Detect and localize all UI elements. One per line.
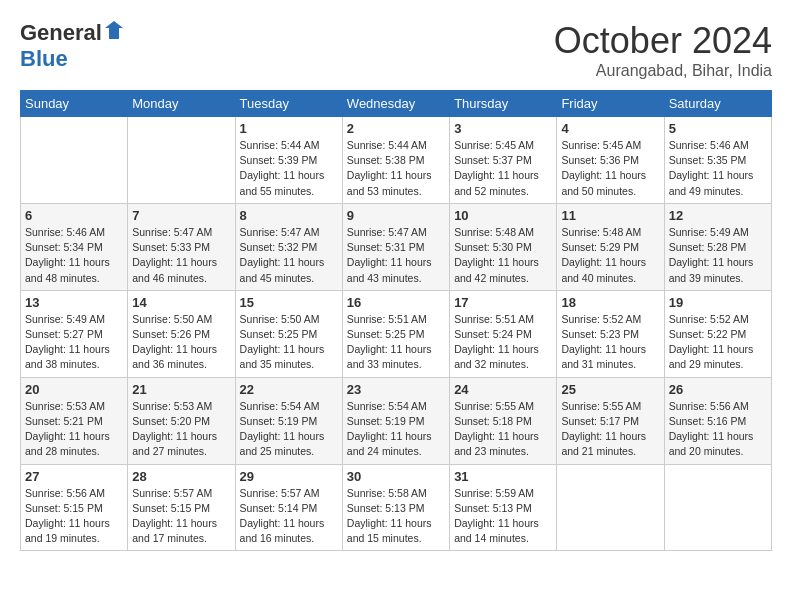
day-info: Sunrise: 5:49 AM Sunset: 5:27 PM Dayligh… — [25, 312, 123, 373]
day-cell-25: 25Sunrise: 5:55 AM Sunset: 5:17 PM Dayli… — [557, 377, 664, 464]
day-cell-13: 13Sunrise: 5:49 AM Sunset: 5:27 PM Dayli… — [21, 290, 128, 377]
day-number: 26 — [669, 382, 767, 397]
day-number: 1 — [240, 121, 338, 136]
day-info: Sunrise: 5:47 AM Sunset: 5:33 PM Dayligh… — [132, 225, 230, 286]
day-number: 6 — [25, 208, 123, 223]
day-cell-5: 5Sunrise: 5:46 AM Sunset: 5:35 PM Daylig… — [664, 117, 771, 204]
week-row: 6Sunrise: 5:46 AM Sunset: 5:34 PM Daylig… — [21, 203, 772, 290]
day-cell-7: 7Sunrise: 5:47 AM Sunset: 5:33 PM Daylig… — [128, 203, 235, 290]
day-cell-10: 10Sunrise: 5:48 AM Sunset: 5:30 PM Dayli… — [450, 203, 557, 290]
day-cell-27: 27Sunrise: 5:56 AM Sunset: 5:15 PM Dayli… — [21, 464, 128, 551]
svg-marker-0 — [105, 21, 123, 39]
day-number: 17 — [454, 295, 552, 310]
day-number: 20 — [25, 382, 123, 397]
day-number: 7 — [132, 208, 230, 223]
day-number: 19 — [669, 295, 767, 310]
day-number: 25 — [561, 382, 659, 397]
calendar-table: SundayMondayTuesdayWednesdayThursdayFrid… — [20, 90, 772, 551]
day-info: Sunrise: 5:46 AM Sunset: 5:34 PM Dayligh… — [25, 225, 123, 286]
page-header: General Blue October 2024 Aurangabad, Bi… — [20, 20, 772, 80]
day-info: Sunrise: 5:51 AM Sunset: 5:25 PM Dayligh… — [347, 312, 445, 373]
location-subtitle: Aurangabad, Bihar, India — [554, 62, 772, 80]
day-number: 5 — [669, 121, 767, 136]
day-cell-17: 17Sunrise: 5:51 AM Sunset: 5:24 PM Dayli… — [450, 290, 557, 377]
day-info: Sunrise: 5:45 AM Sunset: 5:37 PM Dayligh… — [454, 138, 552, 199]
day-number: 22 — [240, 382, 338, 397]
day-number: 8 — [240, 208, 338, 223]
header-row: SundayMondayTuesdayWednesdayThursdayFrid… — [21, 91, 772, 117]
day-cell-8: 8Sunrise: 5:47 AM Sunset: 5:32 PM Daylig… — [235, 203, 342, 290]
day-number: 27 — [25, 469, 123, 484]
week-row: 1Sunrise: 5:44 AM Sunset: 5:39 PM Daylig… — [21, 117, 772, 204]
week-row: 20Sunrise: 5:53 AM Sunset: 5:21 PM Dayli… — [21, 377, 772, 464]
day-number: 23 — [347, 382, 445, 397]
day-info: Sunrise: 5:55 AM Sunset: 5:18 PM Dayligh… — [454, 399, 552, 460]
day-info: Sunrise: 5:50 AM Sunset: 5:26 PM Dayligh… — [132, 312, 230, 373]
day-number: 11 — [561, 208, 659, 223]
day-number: 28 — [132, 469, 230, 484]
day-cell-4: 4Sunrise: 5:45 AM Sunset: 5:36 PM Daylig… — [557, 117, 664, 204]
day-number: 10 — [454, 208, 552, 223]
day-info: Sunrise: 5:57 AM Sunset: 5:14 PM Dayligh… — [240, 486, 338, 547]
day-cell-14: 14Sunrise: 5:50 AM Sunset: 5:26 PM Dayli… — [128, 290, 235, 377]
day-number: 12 — [669, 208, 767, 223]
day-info: Sunrise: 5:49 AM Sunset: 5:28 PM Dayligh… — [669, 225, 767, 286]
logo: General Blue — [20, 20, 123, 72]
day-number: 16 — [347, 295, 445, 310]
day-number: 2 — [347, 121, 445, 136]
day-cell-9: 9Sunrise: 5:47 AM Sunset: 5:31 PM Daylig… — [342, 203, 449, 290]
day-cell-24: 24Sunrise: 5:55 AM Sunset: 5:18 PM Dayli… — [450, 377, 557, 464]
day-info: Sunrise: 5:54 AM Sunset: 5:19 PM Dayligh… — [240, 399, 338, 460]
day-info: Sunrise: 5:51 AM Sunset: 5:24 PM Dayligh… — [454, 312, 552, 373]
day-info: Sunrise: 5:55 AM Sunset: 5:17 PM Dayligh… — [561, 399, 659, 460]
day-info: Sunrise: 5:52 AM Sunset: 5:22 PM Dayligh… — [669, 312, 767, 373]
day-number: 18 — [561, 295, 659, 310]
empty-cell — [21, 117, 128, 204]
day-info: Sunrise: 5:54 AM Sunset: 5:19 PM Dayligh… — [347, 399, 445, 460]
day-cell-11: 11Sunrise: 5:48 AM Sunset: 5:29 PM Dayli… — [557, 203, 664, 290]
day-info: Sunrise: 5:48 AM Sunset: 5:29 PM Dayligh… — [561, 225, 659, 286]
day-info: Sunrise: 5:48 AM Sunset: 5:30 PM Dayligh… — [454, 225, 552, 286]
logo-icon — [105, 21, 123, 43]
day-cell-31: 31Sunrise: 5:59 AM Sunset: 5:13 PM Dayli… — [450, 464, 557, 551]
day-number: 21 — [132, 382, 230, 397]
day-number: 30 — [347, 469, 445, 484]
day-info: Sunrise: 5:53 AM Sunset: 5:21 PM Dayligh… — [25, 399, 123, 460]
day-cell-1: 1Sunrise: 5:44 AM Sunset: 5:39 PM Daylig… — [235, 117, 342, 204]
day-number: 24 — [454, 382, 552, 397]
empty-cell — [664, 464, 771, 551]
day-number: 3 — [454, 121, 552, 136]
weekday-header-monday: Monday — [128, 91, 235, 117]
weekday-header-saturday: Saturday — [664, 91, 771, 117]
day-info: Sunrise: 5:56 AM Sunset: 5:16 PM Dayligh… — [669, 399, 767, 460]
day-cell-26: 26Sunrise: 5:56 AM Sunset: 5:16 PM Dayli… — [664, 377, 771, 464]
day-info: Sunrise: 5:59 AM Sunset: 5:13 PM Dayligh… — [454, 486, 552, 547]
day-cell-23: 23Sunrise: 5:54 AM Sunset: 5:19 PM Dayli… — [342, 377, 449, 464]
day-info: Sunrise: 5:47 AM Sunset: 5:31 PM Dayligh… — [347, 225, 445, 286]
weekday-header-sunday: Sunday — [21, 91, 128, 117]
empty-cell — [557, 464, 664, 551]
day-cell-3: 3Sunrise: 5:45 AM Sunset: 5:37 PM Daylig… — [450, 117, 557, 204]
day-cell-2: 2Sunrise: 5:44 AM Sunset: 5:38 PM Daylig… — [342, 117, 449, 204]
logo-blue: Blue — [20, 46, 68, 71]
day-cell-30: 30Sunrise: 5:58 AM Sunset: 5:13 PM Dayli… — [342, 464, 449, 551]
day-info: Sunrise: 5:58 AM Sunset: 5:13 PM Dayligh… — [347, 486, 445, 547]
day-cell-6: 6Sunrise: 5:46 AM Sunset: 5:34 PM Daylig… — [21, 203, 128, 290]
logo-general: General — [20, 20, 102, 46]
day-info: Sunrise: 5:53 AM Sunset: 5:20 PM Dayligh… — [132, 399, 230, 460]
day-info: Sunrise: 5:46 AM Sunset: 5:35 PM Dayligh… — [669, 138, 767, 199]
day-number: 31 — [454, 469, 552, 484]
day-number: 13 — [25, 295, 123, 310]
empty-cell — [128, 117, 235, 204]
day-info: Sunrise: 5:52 AM Sunset: 5:23 PM Dayligh… — [561, 312, 659, 373]
day-info: Sunrise: 5:56 AM Sunset: 5:15 PM Dayligh… — [25, 486, 123, 547]
day-cell-22: 22Sunrise: 5:54 AM Sunset: 5:19 PM Dayli… — [235, 377, 342, 464]
day-number: 9 — [347, 208, 445, 223]
day-cell-21: 21Sunrise: 5:53 AM Sunset: 5:20 PM Dayli… — [128, 377, 235, 464]
day-info: Sunrise: 5:44 AM Sunset: 5:38 PM Dayligh… — [347, 138, 445, 199]
day-number: 29 — [240, 469, 338, 484]
weekday-header-tuesday: Tuesday — [235, 91, 342, 117]
day-cell-19: 19Sunrise: 5:52 AM Sunset: 5:22 PM Dayli… — [664, 290, 771, 377]
day-cell-15: 15Sunrise: 5:50 AM Sunset: 5:25 PM Dayli… — [235, 290, 342, 377]
day-number: 4 — [561, 121, 659, 136]
